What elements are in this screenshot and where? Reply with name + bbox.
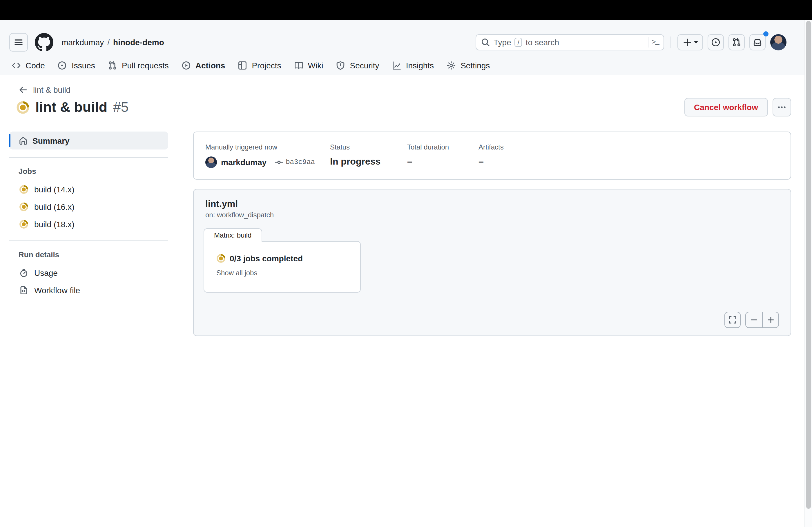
back-label: lint & build — [33, 85, 71, 94]
artifacts-label: Artifacts — [478, 143, 504, 151]
gear-icon — [447, 61, 456, 70]
search-input[interactable]: Type / to search >_ — [476, 34, 664, 50]
duration-value: – — [407, 156, 478, 167]
in-progress-status-icon — [216, 254, 226, 263]
inbox-icon — [753, 37, 762, 47]
matrix-jobs-card: 0/3 jobs completed Show all jobs — [204, 241, 361, 292]
plus-icon — [682, 37, 692, 47]
jobs-list: build (14.x) build (16.x) build (18.x) — [9, 181, 168, 233]
create-new-button[interactable] — [678, 34, 703, 50]
zoom-out-button[interactable] — [746, 312, 762, 327]
kebab-icon — [777, 103, 786, 112]
in-progress-status-icon — [19, 220, 28, 229]
commit-link[interactable]: ba3c9aa — [274, 157, 315, 167]
scrollbar-thumb[interactable] — [806, 21, 811, 509]
global-issues-button[interactable] — [708, 34, 724, 50]
issue-opened-icon — [711, 37, 720, 47]
job-label: build (14.x) — [34, 185, 74, 194]
sidebar-job-item[interactable]: build (16.x) — [9, 198, 168, 215]
tab-settings[interactable]: Settings — [442, 56, 494, 75]
cancel-workflow-button[interactable]: Cancel workflow — [684, 98, 768, 117]
tab-label: Security — [350, 61, 379, 70]
project-table-icon — [238, 61, 247, 70]
run-number: #5 — [113, 99, 129, 115]
graph-zoom-controls — [724, 312, 779, 328]
tab-insights[interactable]: Insights — [388, 56, 439, 75]
tab-label: Issues — [72, 61, 95, 70]
git-pull-request-icon — [108, 61, 117, 70]
workflow-graph-card: lint.yml on: workflow_dispatch Matrix: b… — [193, 189, 791, 336]
slash-key-hint: / — [515, 37, 522, 47]
back-to-workflow-link[interactable]: lint & build — [18, 85, 71, 94]
repo-tab-bar: Code Issues Pull requests Actions Projec… — [0, 56, 812, 75]
run-main-column: Manually triggered now markdumay ba3c9aa… — [193, 132, 791, 336]
sidebar-item-summary[interactable]: Summary — [9, 132, 168, 150]
graph-icon — [392, 61, 401, 70]
caret-down-icon — [693, 40, 698, 44]
user-avatar[interactable] — [770, 34, 786, 50]
sidebar-usage-label: Usage — [34, 268, 58, 277]
sidebar-summary-label: Summary — [32, 136, 70, 145]
global-pull-requests-button[interactable] — [728, 34, 745, 50]
job-label: build (18.x) — [34, 220, 74, 229]
home-icon — [18, 136, 28, 145]
unread-notification-dot — [763, 31, 768, 36]
matrix-build-tab[interactable]: Matrix: build — [204, 228, 262, 242]
actor-avatar[interactable] — [205, 156, 217, 168]
breadcrumb-owner-link[interactable]: markdumay — [61, 37, 104, 47]
code-icon — [12, 61, 21, 70]
tab-issues[interactable]: Issues — [53, 56, 100, 75]
minus-icon — [750, 316, 758, 324]
run-options-kebab-button[interactable] — [772, 98, 791, 117]
browser-chrome-bar — [0, 0, 812, 20]
shield-icon — [336, 61, 345, 70]
tab-label: Projects — [252, 61, 281, 70]
tab-pull-requests[interactable]: Pull requests — [103, 56, 173, 75]
workflow-trigger: on: workflow_dispatch — [205, 211, 779, 219]
sidebar-workflow-file-label: Workflow file — [34, 286, 80, 295]
tab-projects[interactable]: Projects — [233, 56, 286, 75]
sidebar-job-item[interactable]: build (14.x) — [9, 181, 168, 198]
zoom-in-button[interactable] — [762, 312, 778, 327]
arrow-left-icon — [18, 85, 28, 94]
tab-label: Insights — [406, 61, 434, 70]
run-sidebar: Summary Jobs build (14.x) build (16.x) b… — [9, 132, 168, 299]
breadcrumb-separator: / — [107, 37, 110, 47]
breadcrumb: markdumay / hinode-demo — [61, 37, 164, 47]
tab-label: Actions — [195, 61, 225, 70]
command-palette-icon[interactable]: >_ — [652, 38, 659, 46]
breadcrumb-repo-link[interactable]: hinode-demo — [113, 37, 164, 47]
commit-icon — [274, 157, 283, 167]
commit-sha: ba3c9aa — [286, 158, 315, 166]
tab-wiki[interactable]: Wiki — [289, 56, 328, 75]
tab-label: Wiki — [308, 61, 323, 70]
hamburger-menu-button[interactable] — [9, 33, 28, 51]
run-page-body: lint & build lint & build #5 Cancel work… — [0, 75, 812, 527]
issue-opened-icon — [58, 61, 67, 70]
github-logo[interactable] — [35, 33, 53, 51]
tab-security[interactable]: Security — [331, 56, 384, 75]
run-title: lint & build — [35, 99, 107, 115]
in-progress-status-icon — [16, 101, 30, 114]
jobs-section-title: Jobs — [18, 167, 168, 176]
duration-label: Total duration — [407, 143, 478, 151]
header-divider — [670, 36, 670, 48]
run-summary-card: Manually triggered now markdumay ba3c9aa… — [193, 132, 791, 180]
status-label: Status — [330, 143, 407, 151]
sidebar-item-workflow-file[interactable]: Workflow file — [9, 282, 168, 299]
fullscreen-icon — [728, 316, 737, 324]
show-all-jobs-link[interactable]: Show all jobs — [216, 269, 257, 277]
matrix-progress[interactable]: 0/3 jobs completed — [216, 254, 360, 263]
tab-actions[interactable]: Actions — [177, 56, 230, 75]
page-scrollbar[interactable] — [804, 20, 812, 527]
play-circle-icon — [182, 61, 191, 70]
search-icon — [481, 37, 490, 47]
tab-code[interactable]: Code — [7, 56, 49, 75]
search-placeholder-suffix: to search — [526, 37, 559, 47]
notifications-inbox-button[interactable] — [749, 34, 766, 50]
sidebar-job-item[interactable]: build (18.x) — [9, 215, 168, 233]
fullscreen-button[interactable] — [724, 312, 741, 328]
sidebar-item-usage[interactable]: Usage — [9, 264, 168, 282]
sidebar-divider — [9, 157, 168, 157]
actor-link[interactable]: markdumay — [221, 157, 266, 167]
